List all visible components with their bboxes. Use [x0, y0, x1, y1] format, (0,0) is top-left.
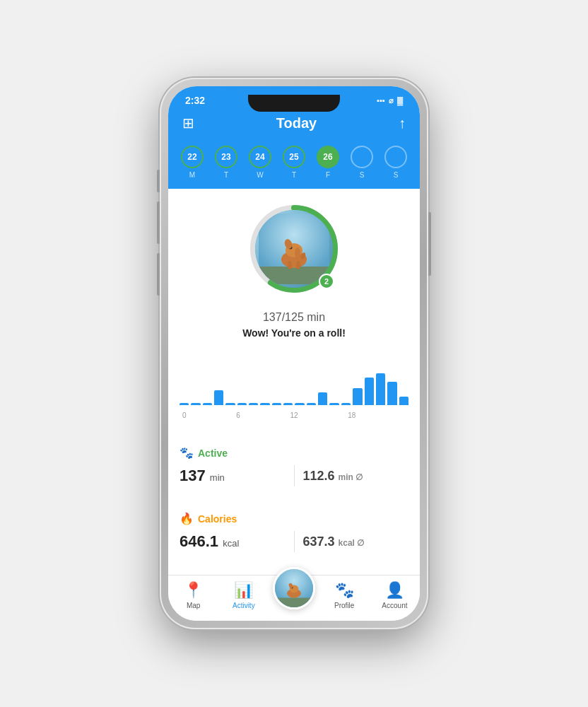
bar-17: [376, 373, 385, 405]
date-circle-24[interactable]: 24: [249, 146, 271, 168]
phone-screen: 2:32 ▪▪▪ ⌀ ▓ ⊞ Today ↑ 22: [168, 86, 420, 621]
calories-header: 🔥 Calories: [180, 512, 408, 525]
profile-section: 2 137/125 min Wow! You're on a roll!: [168, 189, 420, 350]
date-item-fri[interactable]: 26 F: [317, 146, 339, 179]
nav-activity[interactable]: 📊 Activity: [218, 581, 269, 609]
date-circle-sun[interactable]: [384, 146, 407, 168]
calories-values: 646.1 kcal 637.3 kcal ∅: [180, 531, 408, 552]
map-icon: 📍: [184, 581, 203, 600]
center-dog-avatar: [275, 567, 313, 609]
date-circle-25[interactable]: 25: [283, 146, 305, 168]
date-circle-23[interactable]: 23: [215, 146, 237, 168]
date-item-sat[interactable]: S: [351, 146, 373, 179]
bar-4: [225, 403, 235, 405]
nav-map-label: Map: [187, 602, 200, 609]
center-dog-button[interactable]: [273, 567, 315, 609]
bar-2: [203, 403, 212, 405]
calendar-icon[interactable]: ⊞: [182, 115, 194, 132]
calories-value: 646.1 kcal: [180, 532, 286, 551]
activity-icon: 📊: [234, 581, 253, 600]
svg-point-8: [295, 247, 300, 259]
wifi-icon: ⌀: [389, 96, 394, 105]
date-strip: 22 M 23 T 24 W: [168, 140, 420, 189]
nav-center[interactable]: [269, 581, 319, 609]
app-header: ⊞ Today ↑: [168, 110, 420, 140]
active-card: 🐾 Active 137 min 112.6 min ∅: [168, 436, 420, 496]
volume-down-button: [157, 253, 160, 296]
battery-icon: ▓: [397, 96, 403, 105]
bar-11: [307, 403, 316, 405]
bar-10: [295, 403, 304, 405]
svg-point-10: [282, 255, 288, 264]
minutes-goal: /125 min: [282, 311, 325, 323]
nav-account-label: Account: [382, 602, 407, 609]
chart-section: 0 6 12 18: [168, 351, 420, 431]
bar-16: [365, 378, 374, 405]
bar-12: [318, 392, 327, 405]
nav-activity-label: Activity: [233, 602, 255, 609]
ring-container: 2: [248, 203, 340, 295]
nav-account[interactable]: 👤 Account: [370, 581, 420, 609]
profile-icon: 🐾: [335, 581, 354, 600]
bar-9: [283, 403, 293, 405]
phone-frame: 2:32 ▪▪▪ ⌀ ▓ ⊞ Today ↑ 22: [160, 78, 428, 629]
header-title: Today: [276, 115, 317, 132]
bar-6: [249, 403, 258, 405]
bar-15: [353, 388, 362, 405]
chart-area: 0 6 12 18: [180, 363, 408, 419]
bar-8: [272, 403, 281, 405]
bottom-nav: 📍 Map 📊 Activity: [168, 575, 420, 621]
svg-point-12: [296, 261, 300, 269]
dog-illustration: [259, 214, 329, 284]
screen-content: 2:32 ▪▪▪ ⌀ ▓ ⊞ Today ↑ 22: [168, 86, 420, 621]
bar-0: [180, 403, 189, 405]
mute-button: [157, 170, 160, 192]
calories-avg: 637.3 kcal ∅: [303, 534, 409, 549]
nav-profile[interactable]: 🐾 Profile: [319, 581, 370, 609]
active-divider: [294, 465, 295, 486]
calories-title: Calories: [198, 513, 237, 525]
bar-13: [329, 403, 339, 405]
svg-rect-14: [275, 598, 313, 608]
date-item-wed[interactable]: 24 W: [249, 146, 271, 179]
active-icon: 🐾: [180, 446, 194, 460]
minutes-display: 137/125 min: [263, 303, 325, 326]
date-item-sun[interactable]: S: [384, 146, 407, 179]
time-display: 2:32: [185, 95, 205, 106]
active-values: 137 min 112.6 min ∅: [180, 465, 408, 486]
calories-card: 🔥 Calories 646.1 kcal 637.3 kcal ∅: [168, 502, 420, 562]
bar-1: [191, 403, 200, 405]
nav-map[interactable]: 📍 Map: [168, 581, 218, 609]
volume-up-button: [157, 201, 160, 244]
badge-count: 2: [319, 274, 334, 289]
date-circle-sat[interactable]: [351, 146, 373, 168]
calories-icon: 🔥: [180, 512, 194, 525]
bar-14: [341, 403, 351, 405]
active-value: 137 min: [180, 467, 286, 485]
scrollable-content: 2 137/125 min Wow! You're on a roll!: [168, 189, 420, 575]
bar-7: [260, 403, 269, 405]
active-title: Active: [198, 448, 228, 459]
power-button: [428, 212, 431, 276]
calories-divider: [294, 531, 295, 552]
date-circle-26[interactable]: 26: [317, 146, 339, 168]
bar-3: [214, 390, 223, 405]
bar-5: [237, 403, 247, 405]
active-avg: 112.6 min ∅: [303, 469, 409, 484]
status-icons: ▪▪▪ ⌀ ▓: [377, 96, 403, 105]
bar-18: [387, 382, 396, 405]
share-icon[interactable]: ↑: [399, 115, 406, 132]
chart-labels: 0 6 12 18: [180, 411, 408, 419]
notch: [248, 95, 340, 112]
active-header: 🐾 Active: [180, 446, 408, 460]
date-item-thu[interactable]: 25 T: [283, 146, 305, 179]
account-icon: 👤: [385, 581, 404, 600]
signal-icon: ▪▪▪: [377, 96, 385, 105]
date-circle-22[interactable]: 22: [181, 146, 204, 168]
date-item-tue[interactable]: 23 T: [215, 146, 237, 179]
nav-profile-label: Profile: [334, 602, 354, 609]
date-item-mon[interactable]: 22 M: [181, 146, 204, 179]
bar-19: [399, 397, 408, 405]
motivation-text: Wow! You're on a roll!: [242, 327, 346, 339]
svg-point-11: [288, 261, 292, 269]
